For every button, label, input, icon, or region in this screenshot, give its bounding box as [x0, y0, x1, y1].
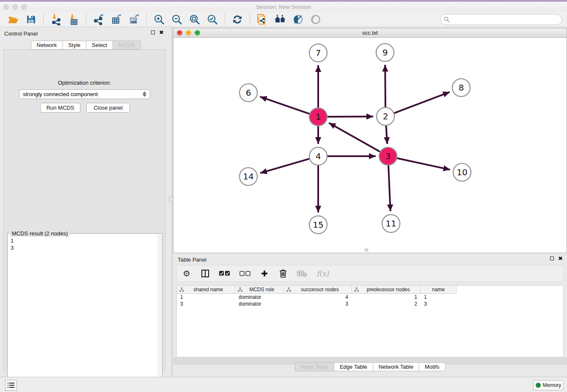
table-panel-title: Table Panel [178, 257, 206, 263]
float-panel-icon[interactable] [151, 30, 155, 34]
zoom-in-icon[interactable] [153, 13, 165, 26]
zoom-selected-icon[interactable] [206, 13, 219, 26]
graphics-details-icon[interactable] [292, 13, 304, 26]
refresh-icon[interactable] [231, 13, 244, 26]
table-body: 1dominator4113dominator323 [177, 294, 563, 307]
control-panel: Control Panel ✖ Network Style Select MCD… [0, 27, 171, 377]
column-header-name[interactable]: name [421, 286, 457, 293]
table-row[interactable]: 3dominator323 [177, 301, 563, 307]
control-panel-tabs: Network Style Select MCDS [30, 41, 140, 50]
hierarchy-icon [179, 287, 184, 292]
float-panel-icon[interactable] [550, 257, 554, 260]
edge-3-10[interactable] [397, 158, 450, 169]
edge-4-14[interactable] [260, 159, 310, 173]
clone-network-icon[interactable] [256, 13, 269, 26]
table-cell[interactable]: 2 [352, 301, 421, 307]
cyndex-home-icon[interactable] [274, 13, 286, 26]
table-cell[interactable]: 3 [421, 301, 457, 307]
zoom-fit-icon[interactable] [188, 13, 201, 26]
result-scrollbar[interactable] [158, 235, 162, 391]
edge-1-2[interactable] [327, 116, 373, 117]
table-row[interactable]: 1dominator411 [177, 294, 563, 301]
export-network-icon[interactable] [92, 13, 105, 26]
application-window: Session: New Session [0, 0, 567, 392]
import-table-icon[interactable] [67, 13, 80, 26]
add-column-icon[interactable]: ✚ [260, 268, 269, 279]
column-label: predecessor nodes [359, 287, 418, 293]
bird-eye-view-icon[interactable] [309, 13, 322, 26]
export-image-icon[interactable] [128, 13, 140, 26]
search-input[interactable] [452, 17, 561, 22]
toolbar-separator [225, 14, 225, 25]
memory-button[interactable]: Memory [533, 380, 564, 390]
column-header-MCDS-role[interactable]: MCDS role [235, 286, 284, 293]
table-cell[interactable]: 1 [421, 294, 457, 300]
edge-2-9[interactable] [385, 65, 385, 108]
close-panel-icon[interactable]: ✖ [558, 257, 563, 260]
run-mcds-button[interactable]: Run MCDS [40, 103, 80, 113]
node-label-14: 14 [243, 171, 253, 182]
select-all-columns-icon[interactable] [219, 268, 230, 279]
table-cell[interactable]: 4 [284, 294, 352, 300]
criterion-select[interactable]: strongly connected component [19, 89, 150, 99]
network-scroll-handle[interactable] [365, 248, 368, 251]
window-title: Session: New Session [0, 4, 567, 10]
network-window-titlebar[interactable]: × − + scc.txt [173, 28, 567, 38]
close-panel-icon[interactable]: ✖ [159, 30, 164, 34]
tab-network-table[interactable]: Network Table [373, 362, 419, 371]
tab-network[interactable]: Network [30, 41, 62, 50]
node-label-1: 1 [316, 112, 321, 122]
gear-icon[interactable]: ⚙ [182, 268, 191, 279]
panel-menu-button[interactable] [5, 380, 17, 391]
edge-2-8[interactable] [394, 92, 450, 113]
titlebar: Session: New Session [0, 2, 567, 12]
close-panel-button[interactable]: Close panel [86, 103, 130, 113]
split-panel-icon[interactable] [201, 268, 210, 279]
column-label: shared name [184, 287, 232, 293]
network-view-window: × − + scc.txt 7968124314101511 [173, 28, 567, 253]
edge-2-3[interactable] [386, 125, 387, 144]
table-cell[interactable]: 3 [177, 301, 235, 307]
tab-style[interactable]: Style [62, 41, 86, 50]
edge-3-11[interactable] [388, 165, 391, 211]
edge-1-6[interactable] [260, 97, 310, 114]
column-header-successor-nodes[interactable]: successor nodes [284, 286, 352, 293]
table-cell[interactable]: dominator [235, 294, 284, 300]
edge-3-1[interactable] [329, 123, 380, 152]
table-cell[interactable]: 1 [352, 294, 421, 300]
tab-mcds[interactable]: MCDS [113, 41, 140, 50]
column-header-predecessor-nodes[interactable]: predecessor nodes [352, 286, 421, 293]
network-canvas[interactable]: 7968124314101511 [173, 38, 567, 249]
tab-motifs[interactable]: Motifs [419, 362, 446, 371]
delete-column-icon[interactable] [278, 268, 288, 279]
node-table[interactable]: shared nameMCDS rolesuccessor nodesprede… [176, 285, 564, 357]
tab-node-table[interactable]: Node Table [295, 362, 334, 371]
search-box[interactable] [440, 14, 562, 25]
export-table-icon[interactable] [110, 13, 123, 26]
table-cell[interactable]: 3 [284, 301, 352, 307]
node-label-15: 15 [313, 220, 323, 230]
toolbar-separator [250, 14, 250, 25]
save-session-icon[interactable] [25, 13, 37, 26]
open-file-icon[interactable] [7, 13, 19, 26]
import-network-icon[interactable] [50, 13, 62, 26]
table-cell[interactable]: 1 [177, 294, 235, 300]
node-label-6: 6 [246, 88, 251, 98]
panel-splitter[interactable] [172, 27, 172, 377]
control-panel-title: Control Panel [4, 30, 38, 37]
main-toolbar [0, 12, 567, 27]
search-icon [444, 17, 450, 22]
function-builder-icon[interactable]: f(x) [317, 268, 329, 279]
column-header-shared-name[interactable]: shared name [177, 286, 235, 293]
optimization-criterion-label: Optimization criterion: [4, 80, 165, 86]
tab-select[interactable]: Select [86, 41, 113, 50]
unselect-all-columns-icon[interactable] [239, 268, 250, 279]
toolbar-separator [146, 14, 147, 25]
column-label: name [423, 287, 454, 293]
zoom-out-icon[interactable] [171, 13, 183, 26]
delete-table-icon[interactable] [297, 268, 307, 279]
node-label-10: 10 [457, 167, 467, 177]
hierarchy-icon [238, 287, 242, 292]
table-cell[interactable]: dominator [235, 301, 284, 307]
tab-edge-table[interactable]: Edge Table [334, 362, 373, 371]
